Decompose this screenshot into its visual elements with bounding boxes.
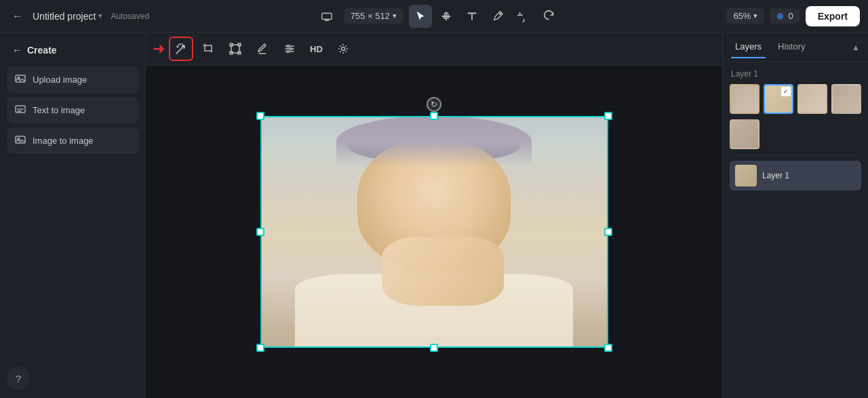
image-to-image-label: Image to image (33, 136, 94, 146)
back-button[interactable]: ← (8, 7, 27, 26)
topbar: ← Untitled project ▾ Autosaved 755 × 512… (0, 0, 868, 33)
collab-icon: ⊕ (776, 11, 784, 21)
left-sidebar: ← Create Upload image Text to image (0, 33, 146, 398)
svg-point-17 (341, 47, 344, 51)
topbar-left: ← Untitled project ▾ Autosaved (8, 7, 149, 26)
toolbar-strip: ➜ (146, 33, 722, 66)
settings-button[interactable] (331, 37, 355, 61)
thumb-check-icon: ✓ (781, 87, 791, 96)
collab-count: 0 (788, 11, 793, 21)
handle-middle-right[interactable] (604, 228, 612, 236)
dimensions-chevron: ▾ (393, 12, 397, 20)
upload-icon (15, 73, 26, 86)
svg-point-14 (288, 45, 290, 47)
autosaved-label: Autosaved (111, 12, 149, 21)
layers-panel: Layer 1 ✓ (723, 62, 868, 398)
svg-rect-1 (325, 19, 328, 20)
undo-button[interactable] (512, 5, 535, 28)
right-tabs: Layers History ▲ (723, 33, 868, 62)
export-button[interactable]: Export (806, 6, 860, 26)
text-to-image-label: Text to image (33, 105, 85, 115)
canvas-content: ↻ (146, 66, 722, 398)
text-to-image-icon (15, 104, 26, 117)
frame-button[interactable] (223, 37, 248, 61)
collaboration-button[interactable]: ⊕ 0 (770, 8, 800, 24)
tabs-collapse-icon[interactable]: ▲ (852, 43, 860, 52)
handle-bottom-left[interactable] (256, 344, 264, 352)
svg-point-15 (290, 48, 292, 50)
topbar-right: 65% ▾ ⊕ 0 Export (726, 6, 860, 26)
layer-item-name: Layer 1 (762, 171, 789, 180)
text-to-image-button[interactable]: Text to image (7, 97, 138, 123)
canvas-area: ➜ (146, 33, 722, 398)
pen-tool[interactable] (486, 5, 509, 28)
layer-item-thumbnail (735, 165, 757, 186)
dimension-badge[interactable]: 755 × 512 ▾ (344, 8, 403, 24)
layer-item[interactable]: Layer 1 (730, 161, 861, 191)
handle-top-right[interactable] (604, 112, 612, 120)
main-layout: ← Create Upload image Text to image (0, 33, 868, 398)
redo-button[interactable] (538, 5, 561, 28)
responsive-toggle[interactable] (315, 5, 338, 28)
svg-rect-0 (321, 13, 331, 19)
adjust-button[interactable] (277, 37, 302, 61)
topbar-center: 755 × 512 ▾ (155, 5, 721, 28)
layer-thumb-1[interactable] (730, 84, 760, 114)
image-to-image-icon (15, 134, 26, 147)
upload-image-button[interactable]: Upload image (7, 66, 138, 93)
right-sidebar: Layers History ▲ Layer 1 ✓ (722, 33, 868, 398)
upload-image-label: Upload image (33, 75, 87, 85)
hd-button[interactable]: HD (304, 44, 328, 54)
layer-group-title: Layer 1 (730, 69, 861, 79)
handle-top-left[interactable] (256, 112, 264, 120)
topbar-tools (409, 5, 561, 28)
svg-point-16 (288, 51, 290, 53)
handle-middle-left[interactable] (256, 228, 264, 236)
zoom-control[interactable]: 65% ▾ (726, 8, 764, 24)
handle-bottom-right[interactable] (604, 344, 612, 352)
arrow-indicator: ➜ (153, 40, 165, 58)
erase-button[interactable] (250, 37, 275, 61)
create-header: ← Create (7, 41, 138, 60)
layer-thumb-2[interactable]: ✓ (764, 84, 793, 114)
project-name-text: Untitled project (33, 11, 96, 22)
crop-button[interactable] (196, 37, 220, 61)
zoom-level: 65% (733, 11, 751, 21)
handle-bottom-middle[interactable] (430, 344, 438, 352)
tab-history[interactable]: History (774, 36, 809, 58)
svg-point-2 (500, 13, 501, 14)
create-back-icon: ← (12, 45, 22, 56)
layer-thumbnails: ✓ (730, 84, 861, 114)
layer-thumbnails-row2 (730, 119, 861, 149)
image-to-image-button[interactable]: Image to image (7, 127, 138, 154)
zoom-chevron: ▾ (753, 12, 757, 20)
help-icon: ? (16, 373, 21, 384)
project-name[interactable]: Untitled project ▾ (33, 11, 102, 22)
tab-layers[interactable]: Layers (731, 36, 766, 58)
help-button[interactable]: ? (7, 367, 30, 390)
layer-thumb-4[interactable] (831, 84, 861, 114)
pan-tool[interactable] (435, 5, 458, 28)
create-label: Create (27, 45, 57, 56)
rotate-handle[interactable]: ↻ (427, 97, 441, 112)
layer-divider (730, 155, 861, 155)
select-tool[interactable] (409, 5, 432, 28)
canvas-image (260, 116, 608, 348)
magic-wand-button[interactable] (169, 37, 193, 61)
handle-top-middle[interactable] (430, 112, 438, 120)
layer-thumb-5[interactable] (730, 119, 760, 149)
text-tool[interactable] (460, 5, 484, 28)
svg-point-8 (183, 45, 184, 47)
layer-thumb-3[interactable] (797, 84, 827, 114)
canvas-image-wrapper[interactable]: ↻ (260, 116, 608, 348)
project-name-chevron: ▾ (98, 12, 102, 20)
dimensions-text: 755 × 512 (351, 11, 390, 21)
